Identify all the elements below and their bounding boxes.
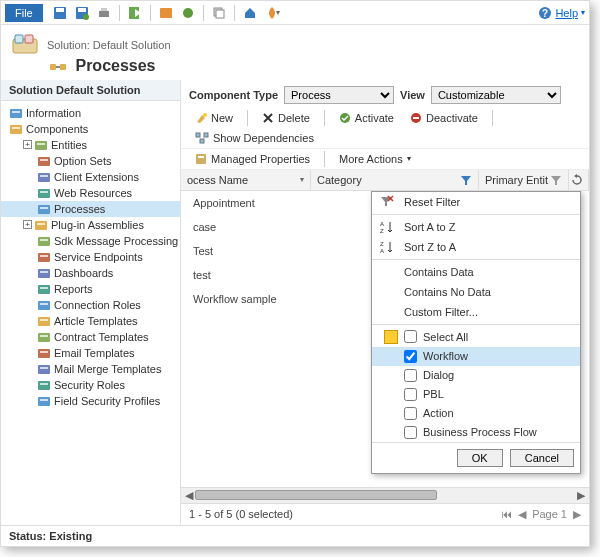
left-panel-title: Solution Default Solution (1, 80, 180, 101)
scroll-thumb[interactable] (195, 490, 437, 500)
tree-item-components[interactable]: Components (1, 121, 180, 137)
tree-item-reports[interactable]: Reports (1, 281, 180, 297)
svg-rect-44 (40, 303, 48, 305)
svg-rect-35 (38, 237, 50, 246)
tree-item-field-security-profiles[interactable]: Field Security Profiles (1, 393, 180, 409)
svg-rect-31 (38, 205, 50, 214)
more-actions-button[interactable]: More Actions ▾ (333, 151, 417, 167)
svg-text:?: ? (542, 8, 548, 19)
tree-item-contract-templates[interactable]: Contract Templates (1, 329, 180, 345)
sort-za-item[interactable]: ZA Sort Z to A (372, 237, 580, 257)
filter-icon (550, 174, 562, 186)
tree-item-label: Web Resources (54, 187, 132, 199)
svg-rect-51 (38, 365, 50, 374)
help-link[interactable]: ? Help ▾ (538, 6, 585, 20)
tree-item-dashboards[interactable]: Dashboards (1, 265, 180, 281)
tree-item-information[interactable]: Information (1, 105, 180, 121)
filter-option-checkbox[interactable] (404, 350, 417, 363)
filter-cancel-button[interactable]: Cancel (510, 449, 574, 467)
filter-option-dialog[interactable]: Dialog (372, 366, 580, 385)
show-dependencies-button[interactable]: Show Dependencies (189, 130, 320, 146)
filter-option-checkbox[interactable] (404, 369, 417, 382)
pager-first-icon[interactable]: ⏮ (501, 508, 512, 520)
tree-item-label: Article Templates (54, 315, 138, 327)
translate-icon[interactable] (158, 5, 174, 21)
export-icon[interactable] (127, 5, 143, 21)
component-type-select[interactable]: Process (284, 86, 394, 104)
contains-no-data-item[interactable]: Contains No Data (372, 282, 580, 302)
reset-filter-icon (380, 195, 394, 209)
save-close-icon[interactable] (74, 5, 90, 21)
svg-rect-64 (196, 154, 206, 164)
tree-node-icon (37, 186, 51, 200)
tree-item-connection-roles[interactable]: Connection Roles (1, 297, 180, 313)
pager-prev-icon[interactable]: ◀ (518, 508, 526, 521)
deactivate-button[interactable]: Deactivate (404, 110, 484, 126)
home-icon[interactable] (242, 5, 258, 21)
column-name[interactable]: ocess Name▾ (181, 170, 311, 190)
save-icon[interactable] (52, 5, 68, 21)
tree-item-option-sets[interactable]: Option Sets (1, 153, 180, 169)
view-select[interactable]: Customizable (431, 86, 561, 104)
tree-item-sdk-message-processing-s-[interactable]: Sdk Message Processing S... (1, 233, 180, 249)
filter-option-label: Action (423, 407, 454, 419)
new-button[interactable]: New (189, 110, 239, 126)
sort-az-item[interactable]: AZ Sort A to Z (372, 217, 580, 237)
svg-point-4 (83, 14, 89, 20)
scroll-left-arrow[interactable]: ◀ (183, 489, 195, 502)
svg-rect-25 (38, 157, 50, 166)
svg-rect-54 (40, 383, 48, 385)
expander-icon[interactable]: + (23, 220, 32, 229)
tree-item-client-extensions[interactable]: Client Extensions (1, 169, 180, 185)
pager-page-label: Page 1 (532, 508, 567, 520)
expander-icon[interactable]: + (23, 140, 32, 149)
refresh-column[interactable] (569, 170, 589, 190)
managed-properties-button[interactable]: Managed Properties (189, 151, 316, 167)
filter-option-checkbox[interactable] (404, 388, 417, 401)
filter-option-label: Dialog (423, 369, 454, 381)
tree-node-icon (37, 314, 51, 328)
svg-point-9 (183, 8, 193, 18)
print-icon[interactable] (96, 5, 112, 21)
svg-rect-30 (40, 191, 48, 193)
pager-next-icon[interactable]: ▶ (573, 508, 581, 521)
scroll-right-arrow[interactable]: ▶ (575, 489, 587, 502)
actions-icon[interactable]: ▾ (264, 5, 280, 21)
tree-item-security-roles[interactable]: Security Roles (1, 377, 180, 393)
filter-option-workflow[interactable]: Workflow (372, 347, 580, 366)
tree-item-service-endpoints[interactable]: Service Endpoints (1, 249, 180, 265)
tree-item-label: Components (26, 123, 88, 135)
svg-rect-15 (15, 35, 23, 43)
contains-data-item[interactable]: Contains Data (372, 262, 580, 282)
tree-node-icon (9, 122, 23, 136)
select-all-checkbox[interactable] (404, 330, 417, 343)
tree-node-icon (37, 346, 51, 360)
horizontal-scrollbar[interactable]: ◀ ▶ (181, 487, 589, 503)
tree-item-processes[interactable]: Processes (1, 201, 180, 217)
filter-option-pbl[interactable]: PBL (372, 385, 580, 404)
svg-rect-5 (99, 11, 109, 17)
tree-item-web-resources[interactable]: Web Resources (1, 185, 180, 201)
tree-item-article-templates[interactable]: Article Templates (1, 313, 180, 329)
tree-item-entities[interactable]: +Entities (1, 137, 180, 153)
filter-option-checkbox[interactable] (404, 426, 417, 439)
tree-node-icon (37, 234, 51, 248)
reset-filter-item[interactable]: Reset Filter (372, 192, 580, 212)
publish-icon[interactable] (180, 5, 196, 21)
custom-filter-item[interactable]: Custom Filter... (372, 302, 580, 322)
tree-item-mail-merge-templates[interactable]: Mail Merge Templates (1, 361, 180, 377)
clone-icon[interactable] (211, 5, 227, 21)
filter-option-action[interactable]: Action (372, 404, 580, 423)
filter-option-checkbox[interactable] (404, 407, 417, 420)
delete-button[interactable]: Delete (256, 110, 316, 126)
activate-button[interactable]: Activate (333, 110, 400, 126)
column-primary-entity[interactable]: Primary Entit (479, 170, 569, 190)
tree-item-plug-in-assemblies[interactable]: +Plug-in Assemblies (1, 217, 180, 233)
svg-rect-29 (38, 189, 50, 198)
svg-rect-43 (38, 301, 50, 310)
tree-item-email-templates[interactable]: Email Templates (1, 345, 180, 361)
filter-option-business-process-flow[interactable]: Business Process Flow (372, 423, 580, 442)
column-category[interactable]: Category (311, 170, 479, 190)
filter-ok-button[interactable]: OK (457, 449, 503, 467)
file-menu-button[interactable]: File (5, 4, 43, 22)
